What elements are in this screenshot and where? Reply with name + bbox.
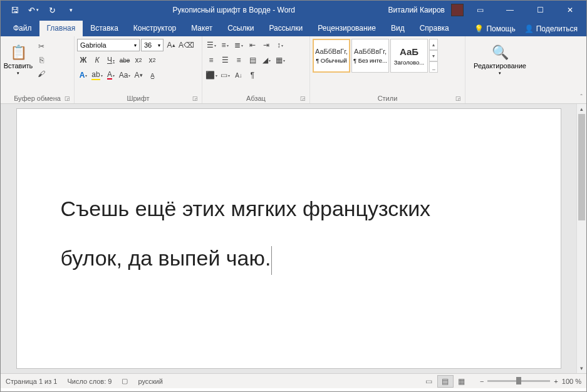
font-name-input[interactable]: Gabriola▾ <box>77 39 140 51</box>
align-center-button[interactable]: ☰ <box>219 54 231 66</box>
save-icon[interactable]: 🖫 <box>6 1 23 19</box>
decrease-indent-button[interactable]: ⇤ <box>246 39 259 51</box>
zoom-slider[interactable] <box>487 380 550 382</box>
quick-access-toolbar: 🖫 ↶ ↻ ▾ <box>1 1 80 19</box>
copy-icon[interactable]: ⎘ <box>34 54 48 66</box>
zoom-in-button[interactable]: + <box>554 378 558 385</box>
clipboard-launcher-icon[interactable]: ◲ <box>65 95 70 101</box>
align-right-button[interactable]: ≡ <box>232 54 245 66</box>
style-no-spacing[interactable]: АаБбВвГг, ¶ Без инте... <box>351 39 389 73</box>
status-language[interactable]: русский <box>138 378 162 385</box>
group-label-font: Шрифт <box>127 95 149 102</box>
paste-button[interactable]: 📋 Вставить ▾ <box>3 39 33 81</box>
ribbon-options-icon[interactable]: ▭ <box>466 1 494 19</box>
zoom-out-button[interactable]: − <box>480 378 484 385</box>
user-avatar[interactable] <box>451 4 464 16</box>
fill-button[interactable]: ⬛ <box>205 69 217 81</box>
paragraph-launcher-icon[interactable]: ◲ <box>300 95 306 101</box>
font-size-input[interactable]: 36▾ <box>141 39 164 51</box>
tab-mailings[interactable]: Рассылки <box>261 21 310 36</box>
align-left-button[interactable]: ≡ <box>205 54 217 66</box>
increase-indent-button[interactable]: ⇥ <box>260 39 273 51</box>
subscript-button[interactable]: x2 <box>132 54 145 66</box>
tab-review[interactable]: Рецензирование <box>310 21 383 36</box>
styles-down-icon: ▾ <box>429 50 438 61</box>
char-scale-icon[interactable]: A̲ <box>146 69 158 81</box>
maximize-button[interactable]: ☐ <box>526 1 554 19</box>
find-icon: 🔍 <box>492 44 509 61</box>
superscript-button[interactable]: x2 <box>146 54 158 66</box>
strike-button[interactable]: abe <box>118 54 131 66</box>
group-label-clipboard: Буфер обмена <box>14 95 61 102</box>
numbering-button[interactable]: ≡ <box>219 39 231 51</box>
italic-button[interactable]: К <box>91 54 103 66</box>
view-print-icon[interactable]: ▤ <box>437 375 454 388</box>
highlight-button[interactable]: ab <box>91 69 103 81</box>
collapse-ribbon-icon[interactable]: ˆ <box>580 93 583 101</box>
bullets-button[interactable]: ☰ <box>205 39 217 51</box>
tab-insert[interactable]: Вставка <box>83 21 126 36</box>
sort-button[interactable]: A↓ <box>232 69 245 81</box>
tell-me-button[interactable]: 💡 Помощь <box>474 24 515 33</box>
scroll-up-icon[interactable]: ▴ <box>577 104 586 114</box>
redo-icon[interactable]: ↻ <box>43 1 61 19</box>
clipboard-icon: 📋 <box>10 44 27 61</box>
tab-home[interactable]: Главная <box>39 21 83 36</box>
format-painter-icon[interactable]: 🖌 <box>34 68 48 80</box>
vertical-scrollbar[interactable]: ▴ ▾ <box>576 104 586 373</box>
group-label-paragraph: Абзац <box>246 95 266 102</box>
multilevel-button[interactable]: ≣ <box>232 39 245 51</box>
grow-font-icon[interactable]: A▴ <box>165 39 177 51</box>
tab-file[interactable]: Файл <box>6 21 39 36</box>
scroll-down-icon[interactable]: ▾ <box>577 363 586 373</box>
ribbon-tabs: Файл Главная Вставка Конструктор Макет С… <box>1 19 586 36</box>
shrink-font-icon[interactable]: A▾ <box>132 69 145 81</box>
status-bar: Страница 1 из 1 Число слов: 9 ▢ русский … <box>1 373 586 388</box>
window-title: Рукописный шрифт в Ворде - Word <box>80 6 388 14</box>
qat-customize-icon[interactable]: ▾ <box>62 1 80 19</box>
minimize-button[interactable]: — <box>496 1 524 19</box>
borders-button[interactable]: ▦ <box>274 54 286 66</box>
ribbon: 📋 Вставить ▾ ✂ ⎘ 🖌 Буфер обмена◲ Gabriol… <box>1 36 586 104</box>
change-case-button[interactable]: Aa <box>118 69 131 81</box>
text-effects-button[interactable]: A <box>77 69 90 81</box>
styles-launcher-icon[interactable]: ◲ <box>455 95 461 101</box>
zoom-level[interactable]: 100 % <box>562 378 581 385</box>
border-style-button[interactable]: ▭ <box>219 69 231 81</box>
styles-scroll[interactable]: ▴ ▾ ⎯ <box>429 39 438 73</box>
status-proofing-icon[interactable]: ▢ <box>122 377 128 385</box>
status-page[interactable]: Страница 1 из 1 <box>6 378 57 385</box>
style-normal[interactable]: АаБбВвГг, ¶ Обычный <box>313 39 350 73</box>
tab-layout[interactable]: Макет <box>184 21 220 36</box>
underline-button[interactable]: Ч <box>105 54 117 66</box>
tab-references[interactable]: Ссылки <box>220 21 261 36</box>
tab-help[interactable]: Справка <box>412 21 457 36</box>
shading-button[interactable]: ◢ <box>260 54 273 66</box>
title-bar: 🖫 ↶ ↻ ▾ Рукописный шрифт в Ворде - Word … <box>1 1 586 19</box>
status-words[interactable]: Число слов: 9 <box>67 378 112 385</box>
document-text: Съешь ещё этих мягких французских булок,… <box>61 184 517 283</box>
font-launcher-icon[interactable]: ◲ <box>192 95 198 101</box>
cut-icon[interactable]: ✂ <box>34 40 48 53</box>
editing-button[interactable]: 🔍 Редактирование ▾ <box>485 39 515 81</box>
page[interactable]: Съешь ещё этих мягких французских булок,… <box>17 109 561 368</box>
tab-design[interactable]: Конструктор <box>126 21 184 36</box>
user-name[interactable]: Виталий Каиров <box>388 6 445 14</box>
view-read-icon[interactable]: ▭ <box>421 375 437 388</box>
view-web-icon[interactable]: ▦ <box>454 375 470 388</box>
line-spacing-button[interactable]: ↕ <box>274 39 286 51</box>
document-area: Съешь ещё этих мягких французских булок,… <box>1 104 586 373</box>
share-button[interactable]: 👤 Поделиться <box>524 24 578 33</box>
show-marks-button[interactable]: ¶ <box>246 69 259 81</box>
clear-format-icon[interactable]: A⌫ <box>179 39 194 51</box>
tab-view[interactable]: Вид <box>383 21 412 36</box>
scroll-thumb[interactable] <box>578 114 585 220</box>
styles-up-icon: ▴ <box>429 39 438 50</box>
style-heading1[interactable]: АаБ Заголово... <box>390 39 428 73</box>
bold-button[interactable]: Ж <box>77 54 90 66</box>
styles-more-icon: ⎯ <box>429 61 438 73</box>
undo-icon[interactable]: ↶ <box>24 1 42 19</box>
justify-button[interactable]: ▤ <box>246 54 259 66</box>
font-color-button[interactable]: A <box>105 69 117 81</box>
close-button[interactable]: ✕ <box>556 1 584 19</box>
